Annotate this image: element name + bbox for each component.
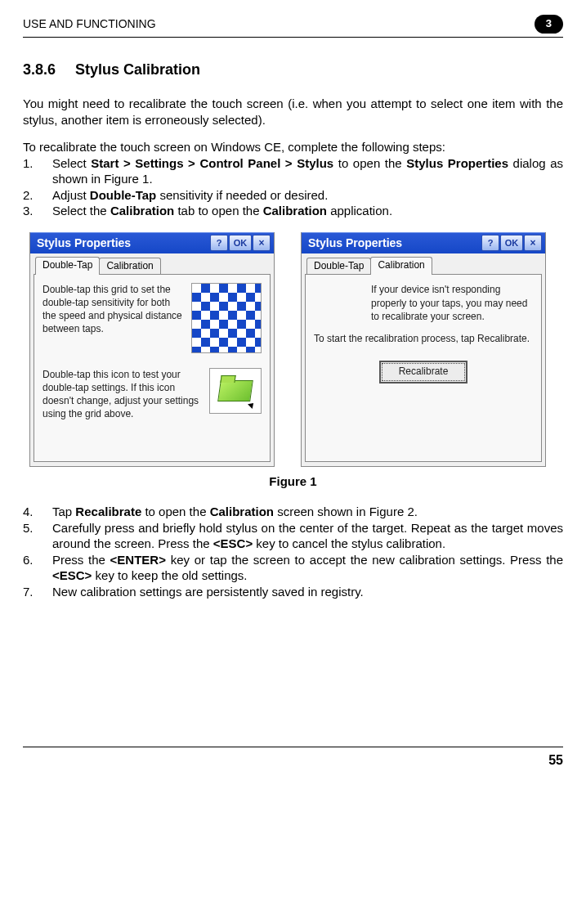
tab-double-tap[interactable]: Double-Tap (35, 257, 100, 275)
step-4: Tap Recalibrate to open the Calibration … (23, 504, 563, 520)
intro-paragraph-2: To recalibrate the touch screen on Windo… (23, 139, 563, 155)
section-number: 3.8.6 (23, 61, 56, 78)
help-button[interactable]: ? (481, 235, 499, 251)
figure-caption: Figure 1 (23, 473, 563, 490)
tab-calibration[interactable]: Calibration (370, 257, 432, 275)
tab-calibration[interactable]: Calibration (99, 258, 160, 275)
step-2: Adjust Double-Tap sensitivity if needed … (23, 187, 563, 204)
step-6: Press the <ENTER> key or tap the screen … (23, 552, 563, 584)
ok-button[interactable]: OK (500, 235, 523, 251)
dialog-title: Stylus Properties (308, 235, 481, 250)
step-7: New calibration settings are persistentl… (23, 584, 563, 600)
calibration-info-text: If your device isn't responding properly… (371, 283, 533, 324)
dialog-title: Stylus Properties (37, 235, 210, 250)
double-tap-test-text: Double-tap this icon to test your double… (42, 368, 203, 421)
help-button[interactable]: ? (210, 235, 228, 251)
recalibrate-button[interactable]: Recalibrate (379, 361, 468, 384)
ok-button[interactable]: OK (229, 235, 252, 251)
step-5: Carefully press and briefly hold stylus … (23, 520, 563, 552)
titlebar: Stylus Properties ? OK × (302, 232, 545, 253)
steps-list-bottom: Tap Recalibrate to open the Calibration … (23, 504, 563, 599)
titlebar: Stylus Properties ? OK × (30, 232, 274, 253)
section-heading: 3.8.6Stylus Calibration (23, 61, 563, 79)
steps-list-top: Select Start > Settings > Control Panel … (23, 155, 563, 219)
intro-paragraph-1: You might need to recalibrate the touch … (23, 96, 563, 128)
step-1: Select Start > Settings > Control Panel … (23, 155, 563, 187)
step-3: Select the Calibration tab to open the C… (23, 203, 563, 219)
double-tap-test-icon[interactable] (209, 368, 262, 414)
calibration-instruction-text: To start the recalibration process, tap … (314, 332, 533, 346)
stylus-properties-dialog-doubletap: Stylus Properties ? OK × Double-Tap Cali… (29, 232, 275, 467)
page-number: 55 (23, 752, 563, 769)
close-button[interactable]: × (253, 235, 271, 251)
footer-rule (23, 747, 563, 747)
cursor-icon (248, 401, 256, 409)
tab-double-tap[interactable]: Double-Tap (306, 258, 371, 275)
section-title: Stylus Calibration (75, 61, 200, 78)
stylus-properties-dialog-calibration: Stylus Properties ? OK × Double-Tap Cali… (301, 232, 546, 467)
figure-1-screenshots: Stylus Properties ? OK × Double-Tap Cali… (29, 232, 563, 467)
close-button[interactable]: × (524, 235, 542, 251)
chapter-badge: 3 (535, 15, 563, 34)
double-tap-grid-text: Double-tap this grid to set the double-t… (42, 283, 185, 336)
double-tap-grid-icon[interactable] (191, 283, 262, 353)
folder-icon (217, 380, 253, 401)
header-title: USE AND FUNCTIONING (23, 16, 156, 31)
close-icon: × (258, 238, 264, 248)
page-header: USE AND FUNCTIONING 3 (23, 15, 563, 34)
header-rule (23, 37, 563, 38)
close-icon: × (530, 238, 535, 248)
